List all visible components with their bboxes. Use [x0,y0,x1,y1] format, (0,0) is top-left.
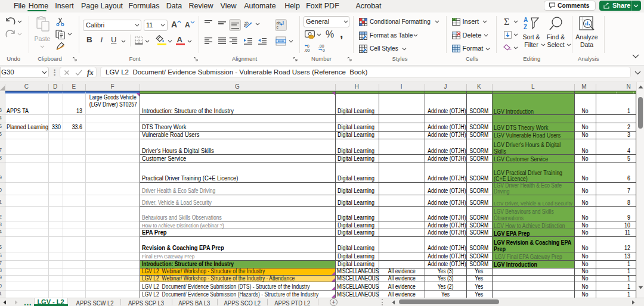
svg-text:.00: .00 [304,48,310,52]
svg-text:A: A [524,17,528,23]
svg-text:c: c [277,25,279,29]
svg-text:.00: .00 [318,44,324,48]
svg-text:0: 0 [323,48,325,52]
svg-text:ab: ab [277,21,281,25]
svg-text:Z: Z [524,24,527,30]
